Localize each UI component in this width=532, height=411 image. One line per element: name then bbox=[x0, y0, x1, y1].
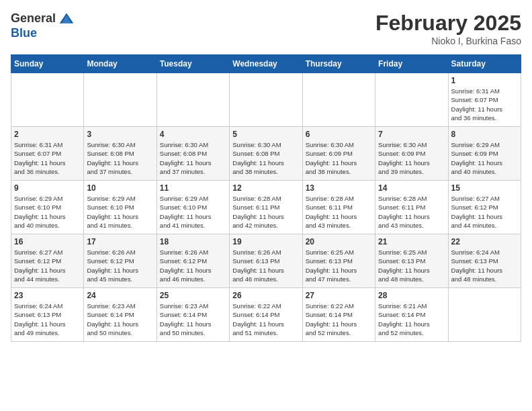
day-number: 27 bbox=[306, 291, 372, 300]
day-header-sunday: Sunday bbox=[11, 55, 84, 73]
day-number: 22 bbox=[451, 237, 518, 246]
calendar-cell: 3Sunrise: 6:30 AM Sunset: 6:08 PM Daylig… bbox=[84, 127, 157, 181]
calendar-cell bbox=[157, 73, 229, 127]
day-info: Sunrise: 6:29 AM Sunset: 6:10 PM Dayligh… bbox=[14, 194, 81, 230]
day-number: 16 bbox=[14, 237, 81, 246]
calendar-cell: 16Sunrise: 6:27 AM Sunset: 6:12 PM Dayli… bbox=[11, 234, 84, 288]
day-number: 17 bbox=[87, 237, 153, 246]
day-info: Sunrise: 6:27 AM Sunset: 6:12 PM Dayligh… bbox=[451, 194, 518, 230]
calendar-cell: 23Sunrise: 6:24 AM Sunset: 6:13 PM Dayli… bbox=[11, 288, 84, 342]
day-info: Sunrise: 6:29 AM Sunset: 6:10 PM Dayligh… bbox=[87, 194, 153, 230]
day-number: 25 bbox=[160, 291, 226, 300]
day-number: 20 bbox=[306, 237, 372, 246]
day-info: Sunrise: 6:28 AM Sunset: 6:11 PM Dayligh… bbox=[232, 194, 299, 230]
day-info: Sunrise: 6:29 AM Sunset: 6:10 PM Dayligh… bbox=[160, 194, 226, 230]
day-info: Sunrise: 6:30 AM Sunset: 6:08 PM Dayligh… bbox=[160, 140, 226, 176]
day-number: 1 bbox=[451, 76, 518, 85]
day-header-friday: Friday bbox=[375, 55, 448, 73]
day-number: 2 bbox=[14, 130, 81, 139]
calendar-cell: 19Sunrise: 6:26 AM Sunset: 6:13 PM Dayli… bbox=[230, 234, 302, 288]
day-info: Sunrise: 6:22 AM Sunset: 6:14 PM Dayligh… bbox=[306, 302, 372, 337]
day-number: 14 bbox=[378, 183, 445, 193]
day-number: 7 bbox=[378, 130, 445, 139]
day-number: 8 bbox=[451, 130, 518, 139]
calendar-cell: 28Sunrise: 6:21 AM Sunset: 6:14 PM Dayli… bbox=[375, 288, 448, 342]
day-info: Sunrise: 6:23 AM Sunset: 6:14 PM Dayligh… bbox=[87, 302, 153, 337]
day-number: 19 bbox=[232, 237, 299, 246]
day-info: Sunrise: 6:30 AM Sunset: 6:08 PM Dayligh… bbox=[87, 140, 153, 176]
day-number: 5 bbox=[232, 130, 299, 139]
day-info: Sunrise: 6:25 AM Sunset: 6:13 PM Dayligh… bbox=[306, 248, 372, 283]
calendar-cell: 10Sunrise: 6:29 AM Sunset: 6:10 PM Dayli… bbox=[84, 181, 157, 234]
calendar-week-2: 2Sunrise: 6:31 AM Sunset: 6:07 PM Daylig… bbox=[11, 127, 521, 181]
calendar-cell: 18Sunrise: 6:26 AM Sunset: 6:12 PM Dayli… bbox=[157, 234, 229, 288]
logo-icon bbox=[58, 11, 75, 27]
day-info: Sunrise: 6:30 AM Sunset: 6:09 PM Dayligh… bbox=[306, 140, 372, 176]
logo-text-blue: Blue bbox=[11, 26, 37, 40]
calendar-cell: 15Sunrise: 6:27 AM Sunset: 6:12 PM Dayli… bbox=[448, 181, 521, 234]
calendar-table: SundayMondayTuesdayWednesdayThursdayFrid… bbox=[11, 54, 521, 342]
calendar-cell bbox=[375, 73, 448, 127]
day-info: Sunrise: 6:24 AM Sunset: 6:13 PM Dayligh… bbox=[14, 302, 81, 337]
day-info: Sunrise: 6:30 AM Sunset: 6:09 PM Dayligh… bbox=[378, 140, 445, 176]
calendar-cell: 17Sunrise: 6:26 AM Sunset: 6:12 PM Dayli… bbox=[84, 234, 157, 288]
day-number: 3 bbox=[87, 130, 153, 139]
calendar-cell: 26Sunrise: 6:22 AM Sunset: 6:14 PM Dayli… bbox=[230, 288, 302, 342]
calendar-cell: 20Sunrise: 6:25 AM Sunset: 6:13 PM Dayli… bbox=[302, 234, 375, 288]
day-number: 10 bbox=[87, 183, 153, 193]
month-title: February 2025 bbox=[375, 11, 521, 36]
day-number: 23 bbox=[14, 291, 81, 300]
calendar-week-1: 1Sunrise: 6:31 AM Sunset: 6:07 PM Daylig… bbox=[11, 73, 521, 127]
calendar-cell: 13Sunrise: 6:28 AM Sunset: 6:11 PM Dayli… bbox=[302, 181, 375, 234]
day-number: 28 bbox=[378, 291, 445, 300]
day-header-monday: Monday bbox=[84, 55, 157, 73]
day-info: Sunrise: 6:31 AM Sunset: 6:07 PM Dayligh… bbox=[14, 140, 81, 176]
day-number: 6 bbox=[306, 130, 372, 139]
day-info: Sunrise: 6:28 AM Sunset: 6:11 PM Dayligh… bbox=[378, 194, 445, 230]
day-info: Sunrise: 6:21 AM Sunset: 6:14 PM Dayligh… bbox=[378, 302, 445, 337]
day-header-tuesday: Tuesday bbox=[157, 55, 229, 73]
day-info: Sunrise: 6:31 AM Sunset: 6:07 PM Dayligh… bbox=[451, 87, 518, 122]
calendar-cell: 8Sunrise: 6:29 AM Sunset: 6:09 PM Daylig… bbox=[448, 127, 521, 181]
day-info: Sunrise: 6:26 AM Sunset: 6:12 PM Dayligh… bbox=[160, 248, 226, 283]
day-info: Sunrise: 6:23 AM Sunset: 6:14 PM Dayligh… bbox=[160, 302, 226, 337]
calendar-cell: 21Sunrise: 6:25 AM Sunset: 6:13 PM Dayli… bbox=[375, 234, 448, 288]
title-block: February 2025 Nioko I, Burkina Faso bbox=[375, 11, 521, 46]
calendar-cell: 22Sunrise: 6:24 AM Sunset: 6:13 PM Dayli… bbox=[448, 234, 521, 288]
day-info: Sunrise: 6:24 AM Sunset: 6:13 PM Dayligh… bbox=[451, 248, 518, 283]
calendar-cell bbox=[448, 288, 521, 342]
calendar-cell: 1Sunrise: 6:31 AM Sunset: 6:07 PM Daylig… bbox=[448, 73, 521, 127]
calendar-cell: 11Sunrise: 6:29 AM Sunset: 6:10 PM Dayli… bbox=[157, 181, 229, 234]
day-info: Sunrise: 6:29 AM Sunset: 6:09 PM Dayligh… bbox=[451, 140, 518, 176]
day-number: 12 bbox=[232, 183, 299, 193]
day-number: 26 bbox=[232, 291, 299, 300]
calendar-cell: 25Sunrise: 6:23 AM Sunset: 6:14 PM Dayli… bbox=[157, 288, 229, 342]
page-header: General Blue February 2025 Nioko I, Burk… bbox=[11, 11, 521, 46]
calendar-cell: 14Sunrise: 6:28 AM Sunset: 6:11 PM Dayli… bbox=[375, 181, 448, 234]
calendar-header-row: SundayMondayTuesdayWednesdayThursdayFrid… bbox=[11, 55, 521, 73]
day-info: Sunrise: 6:30 AM Sunset: 6:08 PM Dayligh… bbox=[232, 140, 299, 176]
calendar-cell: 24Sunrise: 6:23 AM Sunset: 6:14 PM Dayli… bbox=[84, 288, 157, 342]
day-number: 24 bbox=[87, 291, 153, 300]
calendar-week-4: 16Sunrise: 6:27 AM Sunset: 6:12 PM Dayli… bbox=[11, 234, 521, 288]
calendar-cell: 27Sunrise: 6:22 AM Sunset: 6:14 PM Dayli… bbox=[302, 288, 375, 342]
calendar-cell bbox=[302, 73, 375, 127]
day-number: 9 bbox=[14, 183, 81, 193]
day-info: Sunrise: 6:26 AM Sunset: 6:12 PM Dayligh… bbox=[87, 248, 153, 283]
day-header-saturday: Saturday bbox=[448, 55, 521, 73]
calendar-week-3: 9Sunrise: 6:29 AM Sunset: 6:10 PM Daylig… bbox=[11, 181, 521, 234]
calendar-week-5: 23Sunrise: 6:24 AM Sunset: 6:13 PM Dayli… bbox=[11, 288, 521, 342]
calendar-cell bbox=[230, 73, 302, 127]
logo: General Blue bbox=[11, 11, 75, 40]
calendar-cell: 5Sunrise: 6:30 AM Sunset: 6:08 PM Daylig… bbox=[230, 127, 302, 181]
calendar-cell: 6Sunrise: 6:30 AM Sunset: 6:09 PM Daylig… bbox=[302, 127, 375, 181]
calendar-cell bbox=[11, 73, 84, 127]
calendar-cell: 4Sunrise: 6:30 AM Sunset: 6:08 PM Daylig… bbox=[157, 127, 229, 181]
day-number: 21 bbox=[378, 237, 445, 246]
calendar-cell: 2Sunrise: 6:31 AM Sunset: 6:07 PM Daylig… bbox=[11, 127, 84, 181]
day-number: 18 bbox=[160, 237, 226, 246]
day-info: Sunrise: 6:26 AM Sunset: 6:13 PM Dayligh… bbox=[232, 248, 299, 283]
calendar-cell bbox=[84, 73, 157, 127]
day-number: 4 bbox=[160, 130, 226, 139]
day-number: 15 bbox=[451, 183, 518, 193]
